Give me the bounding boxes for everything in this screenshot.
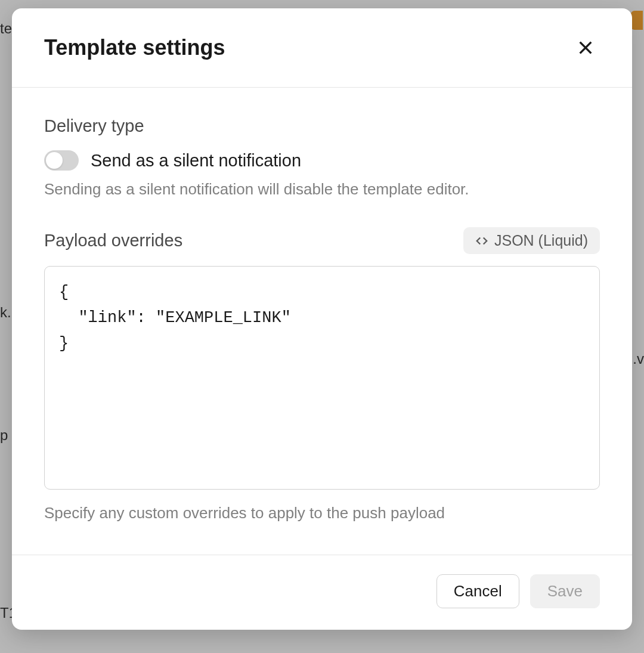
format-selector[interactable]: JSON (Liquid) [463,227,600,254]
payload-editor[interactable] [44,266,600,490]
payload-header-row: Payload overrides JSON (Liquid) [44,227,600,254]
delivery-helper-text: Sending as a silent notification will di… [44,180,600,199]
modal-header: Template settings [12,8,632,88]
modal-footer: Cancel Save [12,555,632,630]
code-icon [475,234,488,247]
modal-overlay: Template settings Delivery type Send as … [0,0,644,653]
template-settings-modal: Template settings Delivery type Send as … [12,8,632,630]
close-icon [576,38,595,57]
modal-title: Template settings [44,35,225,60]
silent-notification-label: Send as a silent notification [91,151,301,171]
payload-helper-text: Specify any custom overrides to apply to… [44,504,600,522]
payload-overrides-heading: Payload overrides [44,231,182,250]
format-label: JSON (Liquid) [494,232,588,249]
silent-notification-row: Send as a silent notification [44,150,600,171]
delivery-type-heading: Delivery type [44,116,600,136]
cancel-button[interactable]: Cancel [436,574,519,608]
silent-notification-toggle[interactable] [44,150,79,171]
toggle-knob [46,152,63,169]
close-button[interactable] [571,33,600,62]
modal-body: Delivery type Send as a silent notificat… [12,88,632,555]
save-button[interactable]: Save [530,574,600,608]
